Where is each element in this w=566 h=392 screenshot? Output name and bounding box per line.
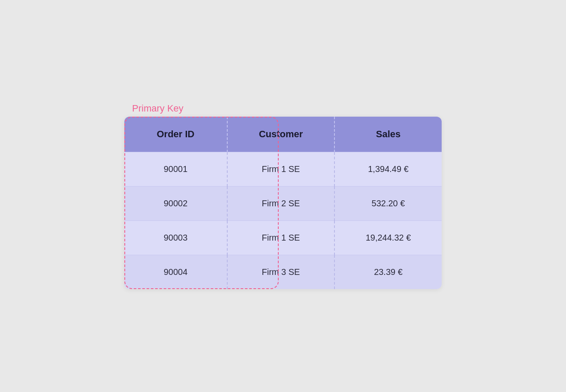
cell-customer: Firm 3 SE — [227, 255, 334, 289]
table-row: 90003Firm 1 SE19,244.32 € — [124, 221, 442, 255]
header-sales: Sales — [334, 117, 442, 152]
cell-sales: 23.39 € — [334, 255, 442, 289]
table-row: 90001Firm 1 SE1,394.49 € — [124, 152, 442, 187]
primary-key-label: Primary Key — [132, 103, 184, 114]
cell-sales: 1,394.49 € — [334, 152, 442, 187]
header-order-id: Order ID — [124, 117, 227, 152]
cell-order-id: 90001 — [124, 152, 227, 187]
data-table: Order ID Customer Sales 90001Firm 1 SE1,… — [124, 117, 442, 289]
page-container: Primary Key Order ID Customer Sales 9000… — [124, 103, 442, 289]
cell-order-id: 90003 — [124, 221, 227, 255]
table-header-row: Order ID Customer Sales — [124, 117, 442, 152]
primary-key-wrapper: Order ID Customer Sales 90001Firm 1 SE1,… — [124, 117, 442, 289]
table-wrapper: Order ID Customer Sales 90001Firm 1 SE1,… — [124, 117, 442, 289]
cell-sales: 532.20 € — [334, 187, 442, 221]
cell-customer: Firm 1 SE — [227, 221, 334, 255]
cell-customer: Firm 1 SE — [227, 152, 334, 187]
cell-customer: Firm 2 SE — [227, 187, 334, 221]
table-body: 90001Firm 1 SE1,394.49 €90002Firm 2 SE53… — [124, 152, 442, 289]
table-row: 90004Firm 3 SE23.39 € — [124, 255, 442, 289]
cell-order-id: 90004 — [124, 255, 227, 289]
cell-order-id: 90002 — [124, 187, 227, 221]
header-customer: Customer — [227, 117, 334, 152]
cell-sales: 19,244.32 € — [334, 221, 442, 255]
table-row: 90002Firm 2 SE532.20 € — [124, 187, 442, 221]
